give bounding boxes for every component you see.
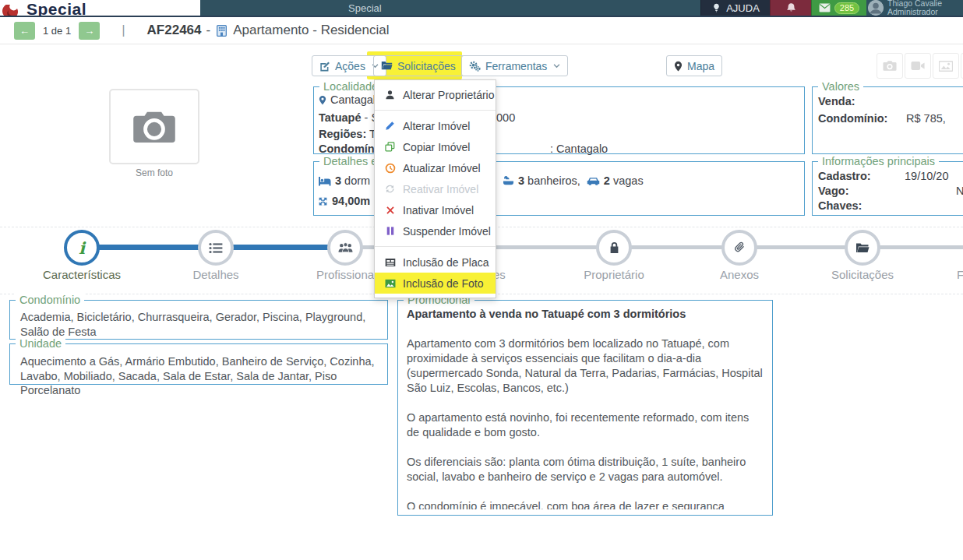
- help-button[interactable]: AJUDA: [700, 0, 770, 16]
- arrow-right-icon: →: [84, 25, 94, 37]
- tab-label-proprietario[interactable]: Proprietário: [548, 268, 680, 281]
- building-icon: [215, 24, 228, 37]
- tab-profissionais[interactable]: [327, 230, 363, 266]
- dormitorios-item: 3 dorm: [318, 174, 370, 187]
- menu-item-atualizar-imovel[interactable]: Atualizar Imóvel: [375, 157, 496, 178]
- localidade-address: Cantagal: [319, 93, 376, 106]
- chevron-down-icon: [553, 64, 560, 69]
- topbar-title-area: Special: [200, 0, 700, 16]
- menu-item-alterar-proprietario[interactable]: Alterar Proprietário: [375, 84, 496, 105]
- record-nav-bar: ← 1 de 1 → | AF22464 - Apartamento - Res…: [0, 17, 963, 44]
- record-title: Apartamento - Residencial: [233, 23, 389, 38]
- tab-solicitacoes[interactable]: [845, 230, 880, 266]
- messages-count-badge: 285: [834, 2, 859, 14]
- notifications-button[interactable]: [770, 0, 811, 16]
- help-label: AJUDA: [726, 2, 760, 14]
- edit-icon: [319, 61, 330, 72]
- promo-paragraph: O apartamento está novinho, foi recentem…: [407, 410, 764, 440]
- property-photo-placeholder[interactable]: [109, 89, 199, 164]
- photo-icon: [384, 277, 396, 289]
- media-button-group: E: [877, 53, 963, 79]
- user-icon: [384, 89, 396, 100]
- promo-headline: Apartamento à venda no Tatuapé com 3 dor…: [407, 307, 764, 322]
- condominio-fee-value: R$ 785,: [906, 112, 946, 125]
- tab-label-caracteristicas[interactable]: Características: [16, 268, 148, 281]
- brand-flame-icon: [2, 5, 23, 16]
- localidade-condominio-label: Condomíni: [319, 143, 378, 155]
- plate-list-icon: [384, 256, 396, 268]
- image-button[interactable]: [933, 53, 959, 79]
- tab-label-anexos[interactable]: Anexos: [673, 268, 806, 281]
- next-record-button[interactable]: →: [79, 22, 100, 40]
- banheiros-vagas-item: 3 banheiros, 2 vagas: [503, 174, 644, 187]
- clock-icon: [384, 162, 396, 174]
- promocional-text: Apartamento à venda no Tatuapé com 3 dor…: [407, 307, 764, 509]
- top-bar: Special Special AJUDA 285: [0, 0, 963, 17]
- localidade-cep-fragment: 000: [496, 111, 515, 124]
- solicitacoes-dropdown-menu: Alterar Proprietário Alterar Imóvel Copi…: [374, 79, 496, 298]
- bed-icon: [318, 176, 331, 186]
- camera-button[interactable]: [877, 53, 903, 79]
- folder-icon: [381, 61, 393, 71]
- menu-item-copiar-imovel[interactable]: Copiar Imóvel: [375, 136, 496, 157]
- user-menu[interactable]: Thiago Cavalie Administrador: [866, 0, 963, 16]
- informacoes-title: Informações principais: [818, 155, 939, 167]
- brand-logo-text: Special: [26, 2, 86, 16]
- chaves-label: Chaves:: [818, 199, 866, 212]
- list-icon: [209, 242, 223, 254]
- image-icon: [939, 61, 953, 72]
- avatar: [868, 0, 884, 16]
- video-button[interactable]: [905, 53, 931, 79]
- x-icon: [384, 204, 396, 216]
- cadastro-value: 19/10/20: [905, 170, 948, 182]
- page: Special Special AJUDA 285: [0, 0, 963, 560]
- lightbulb-icon: [711, 2, 721, 14]
- mapa-button[interactable]: Mapa: [666, 55, 722, 76]
- lock-icon: [608, 241, 620, 254]
- ferramentas-button[interactable]: Ferramentas: [461, 55, 568, 76]
- menu-item-suspender-imovel[interactable]: Suspender Imóvel: [375, 220, 496, 241]
- localidade-condominio-value: : Cantagalo: [550, 143, 608, 155]
- brand-logo[interactable]: Special: [0, 0, 200, 16]
- tab-label-solicitacoes[interactable]: Solicitações: [796, 268, 929, 281]
- menu-item-inclusao-de-foto[interactable]: Inclusão de Foto: [375, 273, 496, 294]
- people-icon: [338, 242, 353, 253]
- car-icon: [587, 176, 600, 186]
- tab-label-detalhes[interactable]: Detalhes: [150, 268, 282, 281]
- messages-button[interactable]: 285: [811, 0, 866, 16]
- bath-icon: [503, 175, 514, 186]
- app-title: Special: [348, 2, 382, 14]
- tab-detalhes[interactable]: [198, 230, 234, 266]
- tab-anexos[interactable]: [721, 230, 757, 266]
- map-pin-icon: [319, 95, 326, 105]
- localidade-regioes: Regiões: Ta: [319, 128, 381, 140]
- user-role: Administrador: [887, 8, 942, 16]
- pause-icon: [384, 225, 396, 237]
- bell-icon: [785, 2, 797, 14]
- video-camera-icon: [911, 61, 925, 71]
- paperclip-icon: [734, 241, 746, 254]
- pencil-icon: [384, 120, 396, 132]
- promo-paragraph: O condomínio é impecável, com boa área d…: [407, 499, 764, 509]
- folder-open-icon: [855, 242, 870, 254]
- user-name: Thiago Cavalie: [887, 0, 942, 7]
- tab-proprietario[interactable]: [596, 230, 632, 266]
- menu-divider: [375, 110, 496, 111]
- tab-label-fotos-fragment[interactable]: F: [957, 268, 963, 281]
- menu-item-alterar-imovel[interactable]: Alterar Imóvel: [375, 115, 496, 136]
- camera-icon: [883, 60, 897, 72]
- menu-item-reativar-imovel[interactable]: Reativar Imóvel: [375, 178, 496, 199]
- gears-icon: [469, 61, 481, 72]
- unidade-features-text: Aquecimento a Gás, Armário Embutido, Ban…: [20, 354, 379, 398]
- tab-caracteristicas[interactable]: i: [64, 230, 100, 266]
- venda-row: Venda:: [818, 95, 859, 107]
- menu-item-inclusao-de-placa[interactable]: Inclusão de Placa: [375, 252, 496, 273]
- copy-icon: [384, 141, 396, 153]
- prev-record-button[interactable]: ←: [14, 22, 35, 40]
- localidade-title: Localidade: [319, 80, 382, 93]
- map-pin-icon: [674, 61, 683, 72]
- photo-caption: Sem foto: [109, 167, 199, 178]
- menu-item-inativar-imovel[interactable]: Inativar Imóvel: [375, 199, 496, 220]
- envelope-icon: [819, 3, 831, 12]
- arrow-left-icon: ←: [19, 25, 30, 37]
